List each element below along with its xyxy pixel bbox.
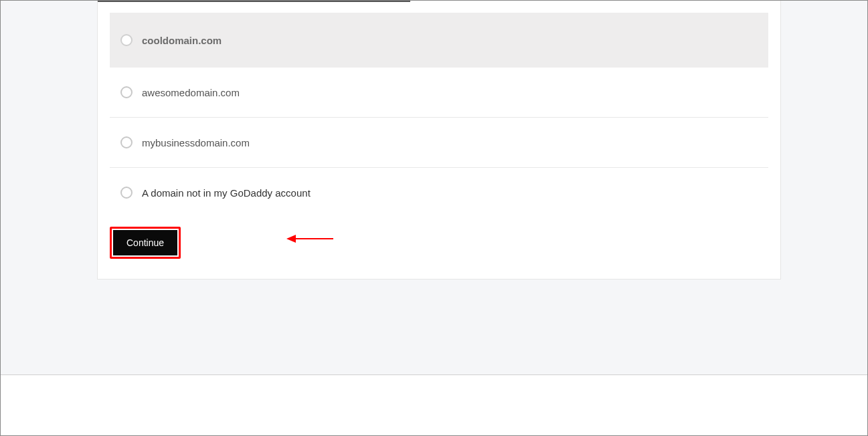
domain-selection-card: cooldomain.com awesomedomain.com mybusin…: [97, 1, 781, 280]
domain-option-row-external[interactable]: A domain not in my GoDaddy account: [110, 168, 768, 217]
continue-button[interactable]: Continue: [113, 230, 177, 255]
radio-icon: [120, 136, 133, 148]
domain-option-label: awesomedomain.com: [142, 87, 240, 98]
domain-option-list: cooldomain.com awesomedomain.com mybusin…: [98, 1, 780, 217]
button-container: Continue: [98, 217, 780, 259]
domain-option-label: cooldomain.com: [142, 35, 222, 46]
domain-option-row[interactable]: cooldomain.com: [110, 13, 768, 68]
domain-option-row[interactable]: awesomedomain.com: [110, 68, 768, 118]
card-top-border-accent: [98, 1, 410, 2]
page-background: cooldomain.com awesomedomain.com mybusin…: [1, 1, 867, 375]
annotation-highlight-box: Continue: [110, 227, 181, 259]
annotation-arrow-icon: [286, 232, 333, 245]
svg-marker-1: [286, 235, 296, 243]
radio-icon: [120, 34, 133, 46]
domain-option-row[interactable]: mybusinessdomain.com: [110, 118, 768, 168]
domain-option-label: mybusinessdomain.com: [142, 137, 250, 148]
radio-icon: [120, 86, 133, 98]
domain-option-label: A domain not in my GoDaddy account: [142, 187, 311, 199]
radio-icon: [120, 187, 133, 199]
